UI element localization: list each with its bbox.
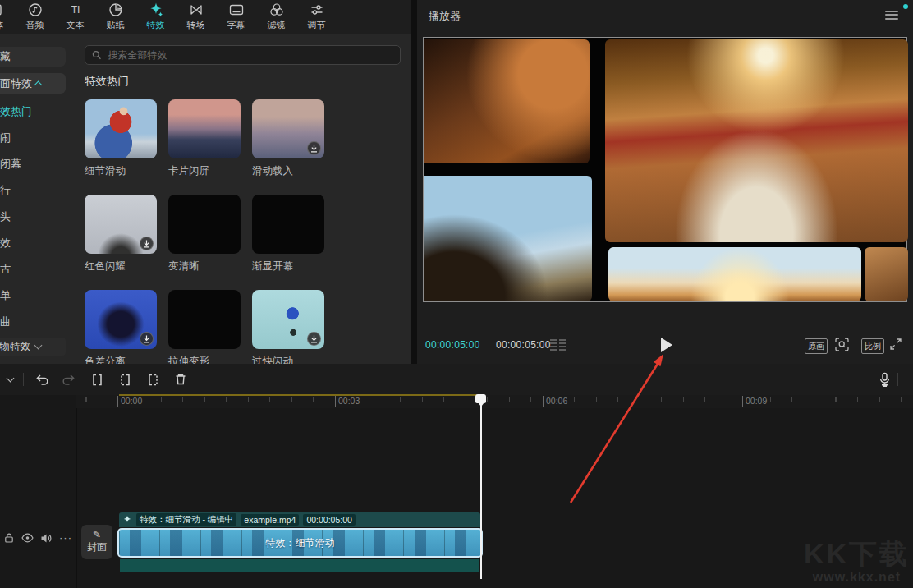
sidebar-dropdown-body-effects[interactable]: 人物特效 <box>0 338 66 356</box>
lock-icon[interactable] <box>3 532 15 544</box>
effect-card-6[interactable]: 色差分离 <box>85 290 157 365</box>
cover-button[interactable]: ✎ 封面 <box>81 525 112 559</box>
sidebar-item-3[interactable]: 流行 <box>0 177 80 204</box>
mic-icon[interactable] <box>878 372 892 391</box>
preview-tile-top-left <box>424 39 590 163</box>
player-title: 播放器 <box>429 9 461 24</box>
effect-card-7[interactable]: 拉伸变形 <box>168 290 241 365</box>
sidebar-item-8[interactable]: 扭曲 <box>0 309 80 335</box>
subtitle-icon <box>228 2 245 18</box>
sidebar-item-6[interactable]: 复古 <box>0 256 80 283</box>
toolbar-divider <box>23 373 24 386</box>
tab-audio-label: 音频 <box>26 19 44 31</box>
video-editor-window: 媒体 音频 TI 文本 贴纸 特效 转场 字幕 滤镜 <box>0 0 913 588</box>
menu-icon[interactable] <box>885 11 898 20</box>
frame-view-icon[interactable] <box>550 339 567 351</box>
total-time: 00:00:05:00 <box>496 339 551 351</box>
effect-thumbnail <box>85 195 157 254</box>
effect-thumbnail <box>85 99 157 158</box>
effects-search[interactable] <box>85 45 401 65</box>
quality-button[interactable]: 原画 <box>805 338 828 354</box>
eye-icon[interactable] <box>21 533 34 543</box>
split-icon[interactable] <box>83 372 111 388</box>
current-time: 00:00:05:00 <box>425 339 480 351</box>
player-header: 播放器 <box>417 0 913 30</box>
sidebar-item-7[interactable]: 清单 <box>0 283 80 309</box>
effect-thumbnail <box>252 290 324 349</box>
audio-strip[interactable] <box>120 559 479 572</box>
track-options-icon[interactable] <box>0 378 20 381</box>
tab-text[interactable]: TI 文本 <box>55 2 95 34</box>
ratio-button[interactable]: 比例 <box>861 338 884 354</box>
tab-media[interactable]: 媒体 <box>0 2 15 34</box>
effect-track-header[interactable]: 特效：细节滑动 - 编辑中 example.mp4 00:00:05:00 <box>119 512 480 527</box>
effect-card-5[interactable]: 渐显开幕 <box>252 195 324 270</box>
video-preview[interactable] <box>423 37 907 302</box>
download-icon <box>307 141 321 155</box>
sidebar-item-2[interactable]: 开闭幕 <box>0 151 80 177</box>
download-icon <box>140 332 154 346</box>
ruler-label-2: 00:06 <box>543 396 567 407</box>
tab-adjust[interactable]: 调节 <box>296 2 337 34</box>
search-input[interactable] <box>106 48 393 62</box>
more-icon[interactable]: ··· <box>59 534 72 542</box>
chevron-up-icon <box>34 81 43 90</box>
split-keep-right-icon[interactable] <box>111 372 139 388</box>
watermark: KK下载 www.kkx.net <box>804 537 910 585</box>
track-gutter-divider <box>76 408 77 588</box>
sidebar-item-5[interactable]: 光效 <box>0 230 80 256</box>
effect-card-3[interactable]: 红色闪耀 <box>85 195 157 270</box>
effect-thumbnail <box>168 99 241 158</box>
tab-effects[interactable]: 特效 <box>135 2 176 34</box>
effects-star-icon <box>148 2 164 18</box>
tab-adjust-label: 调节 <box>308 19 326 31</box>
effects-panel: 收藏 画面特效 特效热门 热闹 开闭幕 流行 镜头 光效 复古 清单 扭曲 人物… <box>0 34 411 365</box>
sidebar-item-favorites[interactable]: 收藏 <box>0 47 66 67</box>
tab-filter-label: 滤镜 <box>268 19 286 31</box>
speaker-icon[interactable] <box>40 533 53 544</box>
effect-card-4[interactable]: 变清晰 <box>168 195 241 270</box>
file-name-badge: example.mp4 <box>241 514 299 526</box>
sidebar-item-trending[interactable]: 特效热门 <box>0 99 80 125</box>
ruler-ticks <box>76 397 913 402</box>
svg-text:TI: TI <box>71 4 80 16</box>
effect-card-2[interactable]: 滑动载入 <box>252 99 324 175</box>
tab-subtitle[interactable]: 字幕 <box>216 2 256 34</box>
sticker-icon <box>108 2 124 18</box>
effect-thumbnail <box>252 99 324 158</box>
play-button[interactable] <box>661 338 672 352</box>
playhead[interactable] <box>475 394 486 403</box>
effect-track-icon <box>122 515 132 525</box>
ruler-label-0: 00:00 <box>117 396 142 407</box>
fit-zoom-icon[interactable] <box>835 338 849 355</box>
ruler-label-3: 00:09 <box>742 396 767 407</box>
effect-card-8[interactable]: 过快闪动 <box>252 290 324 365</box>
video-clip[interactable]: 特效：细节滑动 <box>117 528 483 558</box>
timeline-ruler[interactable]: 00:00 00:03 00:06 00:09 <box>76 395 913 408</box>
undo-button[interactable] <box>27 372 55 388</box>
pencil-icon: ✎ <box>93 530 101 540</box>
preview-tile-right-edge <box>865 247 908 301</box>
tab-text-label: 文本 <box>67 19 85 31</box>
text-icon: TI <box>67 2 84 18</box>
panel-divider <box>411 0 417 364</box>
tab-filter[interactable]: 滤镜 <box>256 2 296 34</box>
effect-status-badge: 特效：细节滑动 - 编辑中 <box>136 513 236 526</box>
toolbar-divider <box>897 373 898 386</box>
sidebar-group-screen-effects[interactable]: 画面特效 <box>0 73 66 94</box>
effect-card-0[interactable]: 细节滑动 <box>85 99 157 175</box>
tab-audio[interactable]: 音频 <box>15 2 55 34</box>
download-icon <box>307 332 321 346</box>
sidebar-item-1[interactable]: 热闹 <box>0 125 80 151</box>
tab-sticker[interactable]: 贴纸 <box>95 2 135 34</box>
tab-transition[interactable]: 转场 <box>176 2 216 34</box>
tab-media-label: 媒体 <box>0 19 4 31</box>
redo-button[interactable] <box>55 372 83 388</box>
sidebar-item-4[interactable]: 镜头 <box>0 204 80 230</box>
delete-icon[interactable] <box>167 372 195 387</box>
fullscreen-icon[interactable] <box>889 338 902 354</box>
preview-tile-bottom-left <box>424 176 592 301</box>
effect-card-1[interactable]: 卡片闪屏 <box>168 99 241 175</box>
watermark-title: KK下载 <box>804 537 910 570</box>
split-keep-left-icon[interactable] <box>139 372 167 388</box>
